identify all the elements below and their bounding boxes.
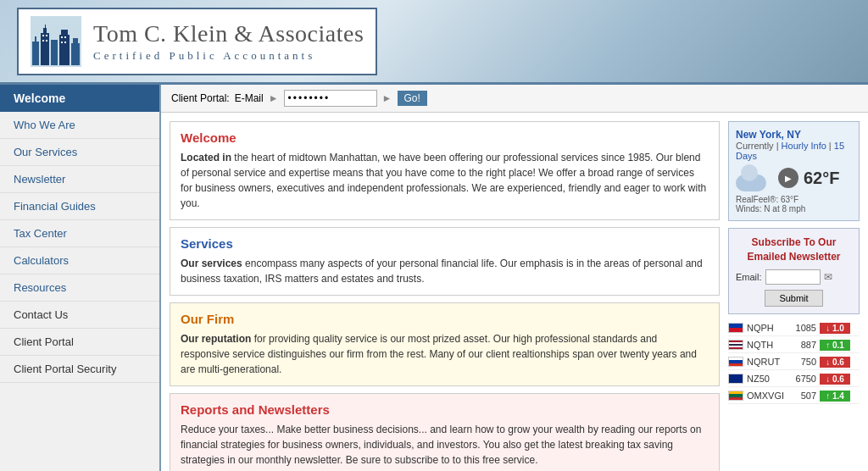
stock-value: 507 (786, 391, 816, 401)
svg-rect-15 (61, 36, 63, 38)
sidebar-item-financial-guides[interactable]: Financial Guides (0, 193, 159, 220)
svg-rect-14 (46, 40, 47, 42)
sidebar-item-client-portal-security[interactable]: Client Portal Security (0, 356, 159, 383)
portal-arrow-left: ► (269, 92, 279, 104)
logo-box: Tom C. Klein & Associates Certified Publ… (17, 8, 377, 75)
reports-text: Reduce your taxes... Make better busines… (181, 422, 709, 468)
sidebar-item-calculators[interactable]: Calculators (0, 247, 159, 274)
stock-flag-ru (728, 357, 743, 367)
svg-rect-1 (32, 42, 39, 65)
svg-rect-5 (45, 25, 46, 28)
svg-rect-17 (61, 42, 63, 43)
company-name-and: & Associates (228, 20, 364, 47)
company-name-main: Tom C. Klein (93, 20, 228, 47)
content-body: Welcome Located in the heart of midtown … (161, 113, 868, 471)
services-article: Services Our services encompass many asp… (170, 227, 720, 296)
stock-change: ↓ 0.6 (820, 374, 850, 385)
stock-name: NQPH (747, 323, 782, 333)
stock-flag-lt (728, 391, 743, 401)
sidebar-item-client-portal[interactable]: Client Portal (0, 329, 159, 356)
stocks-widget: NQPH 1085 ↓ 1.0 NQTH 887 ↑ 0.1 NQRUT (728, 321, 860, 404)
logo-text: Tom C. Klein & Associates Certified Publ… (93, 20, 364, 63)
sidebar-item-welcome[interactable]: Welcome (0, 85, 159, 112)
stock-row: NQPH 1085 ↓ 1.0 (728, 321, 860, 336)
svg-rect-18 (64, 42, 66, 43)
stock-flag-ph (728, 323, 743, 333)
sidebar-item-contact-us[interactable]: Contact Us (0, 302, 159, 329)
welcome-article: Welcome Located in the heart of midtown … (170, 121, 720, 220)
email-icon: ✉ (824, 271, 832, 283)
svg-rect-16 (64, 36, 66, 38)
portal-arrow-right: ► (382, 92, 392, 104)
content-area: Client Portal: E-Mail ► ► Go! Welcome Lo… (161, 85, 868, 471)
sidebar-item-tax-center[interactable]: Tax Center (0, 220, 159, 247)
sidebar: Welcome Who We Are Our Services Newslett… (0, 85, 161, 471)
portal-label: Client Portal: (171, 92, 230, 104)
newsletter-heading: Subscribe To Our Emailed Newsletter (736, 236, 852, 264)
portal-password-input[interactable] (284, 90, 377, 107)
svg-rect-3 (41, 33, 49, 65)
svg-rect-7 (59, 35, 70, 65)
reports-article: Reports and Newsletters Reduce your taxe… (170, 393, 720, 471)
portal-go-button[interactable]: Go! (398, 91, 427, 106)
svg-rect-2 (35, 36, 36, 42)
weather-play-button[interactable]: ▶ (778, 168, 798, 188)
stock-row: NZ50 6750 ↓ 0.6 (728, 372, 860, 387)
stock-change: ↑ 0.1 (820, 340, 850, 351)
weather-winds: Winds: N at 8 mph (736, 204, 852, 213)
reports-heading: Reports and Newsletters (181, 402, 709, 417)
svg-rect-4 (43, 28, 47, 33)
services-heading: Services (181, 236, 709, 251)
main-layout: Welcome Who We Are Our Services Newslett… (0, 85, 868, 471)
stock-change: ↓ 1.0 (820, 323, 850, 334)
stock-name: OMXVGI (747, 391, 782, 401)
stock-flag-nz (728, 374, 743, 384)
stock-name: NQTH (747, 340, 782, 350)
articles: Welcome Located in the heart of midtown … (170, 121, 720, 471)
weather-hourly-link[interactable]: Hourly Info (782, 141, 826, 151)
weather-realfeel: RealFeel®: 63°F (736, 195, 852, 204)
newsletter-email-input[interactable] (765, 269, 821, 285)
svg-rect-8 (61, 30, 68, 35)
newsletter-submit-button[interactable]: Submit (765, 290, 822, 307)
stock-name: NQRUT (747, 357, 782, 367)
sidebar-item-resources[interactable]: Resources (0, 274, 159, 302)
svg-rect-11 (42, 35, 44, 36)
portal-bar: Client Portal: E-Mail ► ► Go! (161, 85, 868, 113)
newsletter-email-label: Email: (736, 272, 762, 282)
stock-change: ↑ 1.4 (820, 391, 850, 402)
firm-heading: Our Firm (181, 312, 709, 326)
svg-rect-13 (42, 40, 44, 42)
newsletter-widget: Subscribe To Our Emailed Newsletter Emai… (728, 228, 860, 314)
welcome-heading: Welcome (181, 130, 709, 145)
sidebar-item-who-we-are[interactable]: Who We Are (0, 112, 159, 139)
stock-value: 887 (786, 340, 816, 350)
firm-text: Our reputation for providing quality ser… (181, 331, 709, 377)
svg-rect-9 (71, 43, 80, 65)
weather-temp: 62°F (804, 169, 839, 188)
stock-row: NQTH 887 ↑ 0.1 (728, 338, 860, 353)
stock-value: 6750 (786, 374, 816, 384)
svg-rect-12 (46, 35, 47, 36)
right-column: New York, NY Currently | Hourly Info | 1… (728, 121, 860, 471)
svg-rect-6 (51, 40, 58, 65)
weather-city: New York, NY (736, 129, 852, 141)
weather-widget: New York, NY Currently | Hourly Info | 1… (728, 121, 860, 221)
stock-flag-th (728, 340, 743, 350)
company-name: Tom C. Klein & Associates (93, 20, 364, 47)
welcome-text: Located in the heart of midtown Manhatta… (181, 150, 709, 211)
email-label: E-Mail (235, 92, 264, 104)
svg-rect-10 (73, 38, 78, 43)
stock-value: 1085 (786, 323, 816, 333)
company-subtitle: Certified Public Accountants (93, 49, 364, 63)
services-text: Our services encompass many aspects of y… (181, 256, 709, 286)
weather-visual: ▶ 62°F (736, 164, 852, 191)
header: Tom C. Klein & Associates Certified Publ… (0, 0, 868, 85)
firm-article: Our Firm Our reputation for providing qu… (170, 302, 720, 386)
sidebar-item-our-services[interactable]: Our Services (0, 139, 159, 166)
stock-change: ↓ 0.6 (820, 357, 850, 368)
stock-row: OMXVGI 507 ↑ 1.4 (728, 389, 860, 404)
sidebar-item-newsletter[interactable]: Newsletter (0, 166, 159, 193)
logo-city-icon (31, 16, 81, 67)
stock-value: 750 (786, 357, 816, 367)
